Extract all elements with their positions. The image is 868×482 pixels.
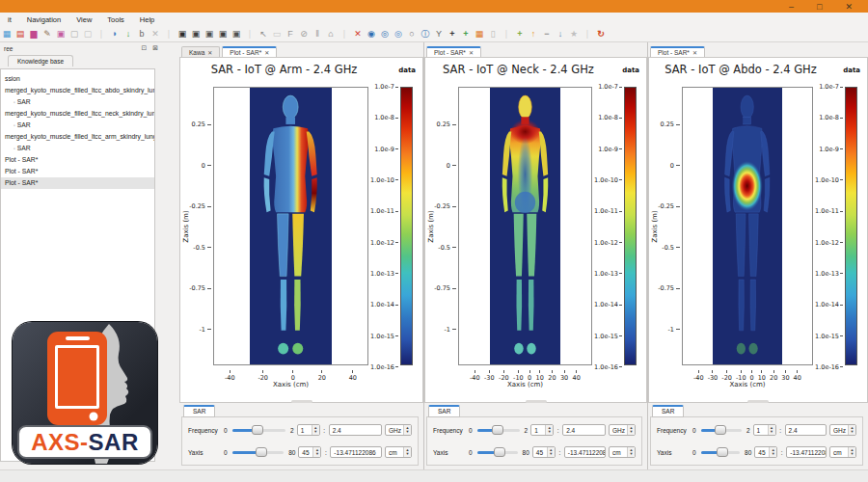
- yaxis-slider[interactable]: [477, 451, 518, 454]
- tab-sar-controls[interactable]: SAR: [428, 405, 460, 417]
- float-panel-icon[interactable]: ⊡: [141, 44, 147, 51]
- slider-handle[interactable]: [494, 447, 505, 457]
- pdf-icon[interactable]: ▤: [14, 27, 27, 41]
- slider-handle[interactable]: [492, 425, 503, 435]
- frequency-unit-select[interactable]: GHz▲▼: [609, 424, 636, 436]
- close-button[interactable]: ✕: [845, 2, 853, 12]
- splitter-grip[interactable]: [747, 400, 769, 403]
- menu-edit-partial[interactable]: it: [0, 15, 19, 24]
- yaxis-spinner[interactable]: 45▲▼: [298, 446, 321, 458]
- tree-item-sar[interactable]: ▫SAR: [1, 96, 154, 108]
- tab-plot-sar[interactable]: Plot - SAR*✕: [222, 46, 277, 57]
- yaxis-spinner[interactable]: 45▲▼: [532, 446, 556, 458]
- b-icon[interactable]: b: [135, 27, 149, 41]
- combo-down-icon[interactable]: ▼: [851, 430, 854, 434]
- save-plot-icon[interactable]: ▣: [189, 27, 203, 41]
- image-icon[interactable]: ▦: [0, 27, 14, 41]
- frequency-slider[interactable]: [232, 429, 285, 432]
- frequency-unit-select[interactable]: GHz▲▼: [829, 424, 856, 436]
- print-icon[interactable]: ▣: [54, 27, 68, 41]
- close-panel-icon[interactable]: ⊠: [152, 44, 158, 51]
- favorite-icon[interactable]: ★: [567, 27, 581, 41]
- tab-knowledge-base[interactable]: Knowledge base: [8, 55, 73, 67]
- combo-down-icon[interactable]: ▼: [630, 452, 634, 456]
- frequency-spinner[interactable]: 1▲▼: [753, 424, 776, 436]
- frequency-value-field[interactable]: 2.4: [785, 424, 827, 436]
- tree-item-model-abdo[interactable]: merged_kyoto_muscle_filled_ltcc_abdo_ski…: [1, 85, 154, 96]
- slider-handle[interactable]: [715, 425, 726, 435]
- save-disabled2-icon[interactable]: ▢: [81, 27, 95, 41]
- plot-area-abdo[interactable]: SAR - IoT @ Abdo - 2.4 GHz data Zaxis (m…: [648, 57, 868, 403]
- frequency-slider[interactable]: [477, 429, 520, 432]
- tree-item-model-arm[interactable]: merged_kyoto_muscle_filled_ltcc_arm_skin…: [1, 131, 154, 143]
- combo-down-icon[interactable]: ▼: [630, 430, 634, 434]
- tab-sar-controls[interactable]: SAR: [183, 405, 215, 417]
- function-icon[interactable]: F: [284, 27, 297, 41]
- plot-area-neck[interactable]: SAR - IoT @ Neck - 2.4 GHz data Zaxis (m…: [424, 57, 647, 403]
- frequency-slider[interactable]: [701, 429, 742, 432]
- combo-down-icon[interactable]: ▼: [406, 452, 410, 456]
- tab-sar-controls[interactable]: SAR: [652, 405, 684, 417]
- zoom-out-icon[interactable]: ◎: [378, 27, 392, 41]
- select-cursor-icon[interactable]: ↖: [257, 27, 270, 41]
- frequency-spinner[interactable]: 1▲▼: [530, 424, 554, 436]
- add-icon[interactable]: +: [513, 27, 527, 41]
- spin-down-icon[interactable]: ▼: [772, 452, 775, 456]
- minimize-button[interactable]: –: [789, 2, 794, 12]
- yaxis-slider[interactable]: [701, 451, 740, 454]
- yaxis-unit-select[interactable]: cm▲▼: [829, 446, 856, 458]
- tab-close-icon[interactable]: ✕: [264, 49, 269, 56]
- menu-help[interactable]: Help: [132, 15, 162, 24]
- tab-plot-sar[interactable]: Plot - SAR*✕: [650, 46, 705, 57]
- yaxis-value-field[interactable]: -13.471122086: [786, 446, 827, 458]
- palette-icon[interactable]: ▦: [473, 27, 486, 41]
- page-icon[interactable]: ▯: [486, 27, 500, 41]
- yaxis-spinner[interactable]: 45▲▼: [754, 446, 777, 458]
- pause-icon[interactable]: ‖: [311, 27, 324, 41]
- tab-plot-sar[interactable]: Plot - SAR*✕: [426, 46, 481, 57]
- combo-down-icon[interactable]: ▼: [851, 452, 854, 456]
- spin-down-icon[interactable]: ▼: [313, 430, 317, 434]
- zoom-region-icon[interactable]: ◎: [392, 27, 405, 41]
- remove-icon[interactable]: −: [540, 27, 554, 41]
- edit-icon[interactable]: ✎: [41, 27, 54, 41]
- spin-down-icon[interactable]: ▼: [770, 430, 773, 434]
- maximize-button[interactable]: □: [817, 2, 822, 12]
- spin-down-icon[interactable]: ▼: [315, 452, 319, 456]
- cut-icon[interactable]: ✕: [351, 27, 365, 41]
- frequency-spinner[interactable]: 1▲▼: [297, 424, 320, 436]
- tree-item-plot-sar[interactable]: Plot - SAR*: [1, 166, 154, 177]
- forbidden-icon[interactable]: ⊘: [297, 27, 311, 41]
- clear-icon[interactable]: ✕: [149, 27, 162, 41]
- grid-icon[interactable]: +: [446, 27, 459, 41]
- yaxis-value-field[interactable]: -13.471122086: [564, 446, 606, 458]
- blank-page-icon[interactable]: ▭: [270, 27, 284, 41]
- spin-down-icon[interactable]: ▼: [548, 430, 552, 434]
- menu-view[interactable]: View: [68, 15, 99, 24]
- tree-item-plot-sar[interactable]: Plot - SAR*: [1, 177, 154, 189]
- move-down-icon[interactable]: ↓: [554, 27, 567, 41]
- tree-item-sar[interactable]: ▫SAR: [1, 143, 154, 154]
- probe-icon[interactable]: Y: [432, 27, 446, 41]
- save-k-icon[interactable]: ▣: [203, 27, 216, 41]
- yaxis-slider[interactable]: [232, 451, 285, 454]
- tab-close-icon[interactable]: ✕: [207, 49, 212, 56]
- refresh-icon[interactable]: ↻: [594, 27, 608, 41]
- slider-handle[interactable]: [252, 425, 263, 435]
- menu-tools[interactable]: Tools: [99, 15, 132, 24]
- doc-blue-icon[interactable]: ◗: [108, 27, 122, 41]
- combo-down-icon[interactable]: ▼: [406, 430, 410, 434]
- tab-close-icon[interactable]: ✕: [469, 49, 474, 56]
- tab-close-icon[interactable]: ✕: [692, 49, 697, 56]
- splitter-grip[interactable]: [526, 400, 547, 403]
- save-icon[interactable]: ▣: [176, 27, 189, 41]
- slider-handle[interactable]: [717, 447, 728, 457]
- chart-icon[interactable]: ▆: [27, 27, 41, 41]
- frequency-value-field[interactable]: 2.4: [562, 424, 606, 436]
- frequency-value-field[interactable]: 2.4: [329, 424, 382, 436]
- yaxis-value-field[interactable]: -13.471122086: [330, 446, 382, 458]
- tree-item-model-neck[interactable]: merged_kyoto_muscle_filled_ltcc_neck_ski…: [1, 108, 154, 120]
- tree-item-session[interactable]: ssion: [1, 73, 154, 85]
- move-up-icon[interactable]: ↑: [527, 27, 540, 41]
- tree-item-plot-sar[interactable]: Plot - SAR*: [1, 154, 154, 166]
